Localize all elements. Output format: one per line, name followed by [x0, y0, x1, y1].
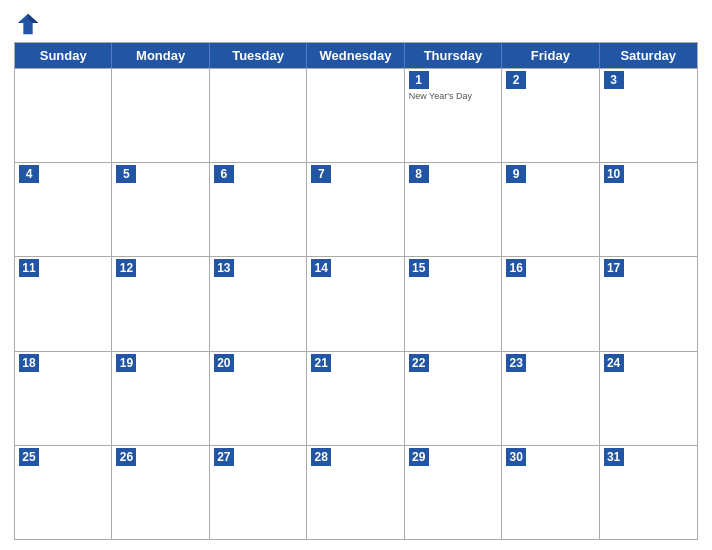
week-row-1: 1New Year's Day23 [15, 68, 697, 162]
cal-cell-26: 26 [112, 446, 209, 539]
day-number: 12 [116, 259, 136, 277]
day-number: 28 [311, 448, 331, 466]
cal-cell-7: 7 [307, 163, 404, 256]
day-number: 24 [604, 354, 624, 372]
day-number [214, 71, 234, 89]
cal-cell-9: 9 [502, 163, 599, 256]
day-number: 8 [409, 165, 429, 183]
cal-cell-20: 20 [210, 352, 307, 445]
cal-cell-1: 1New Year's Day [405, 69, 502, 162]
day-number: 2 [506, 71, 526, 89]
day-number: 25 [19, 448, 39, 466]
cal-cell-27: 27 [210, 446, 307, 539]
weekday-header-row: SundayMondayTuesdayWednesdayThursdayFrid… [15, 43, 697, 68]
cal-cell-21: 21 [307, 352, 404, 445]
weekday-header-thursday: Thursday [405, 43, 502, 68]
day-number: 23 [506, 354, 526, 372]
cal-cell-17: 17 [600, 257, 697, 350]
weekday-header-saturday: Saturday [600, 43, 697, 68]
cal-cell-31: 31 [600, 446, 697, 539]
weekday-header-friday: Friday [502, 43, 599, 68]
day-number [311, 71, 331, 89]
cal-cell-empty-0 [15, 69, 112, 162]
day-number: 13 [214, 259, 234, 277]
cal-cell-29: 29 [405, 446, 502, 539]
cal-cell-24: 24 [600, 352, 697, 445]
cal-cell-5: 5 [112, 163, 209, 256]
weekday-header-tuesday: Tuesday [210, 43, 307, 68]
day-number: 4 [19, 165, 39, 183]
cal-cell-19: 19 [112, 352, 209, 445]
day-number: 7 [311, 165, 331, 183]
day-number: 5 [116, 165, 136, 183]
day-number: 9 [506, 165, 526, 183]
day-number: 3 [604, 71, 624, 89]
day-number: 19 [116, 354, 136, 372]
weekday-header-sunday: Sunday [15, 43, 112, 68]
calendar-page: SundayMondayTuesdayWednesdayThursdayFrid… [0, 0, 712, 550]
cal-cell-empty-3 [307, 69, 404, 162]
cal-cell-2: 2 [502, 69, 599, 162]
cal-cell-6: 6 [210, 163, 307, 256]
day-number: 11 [19, 259, 39, 277]
weekday-header-wednesday: Wednesday [307, 43, 404, 68]
day-number: 6 [214, 165, 234, 183]
day-number: 17 [604, 259, 624, 277]
cal-cell-16: 16 [502, 257, 599, 350]
cal-cell-8: 8 [405, 163, 502, 256]
calendar-grid: SundayMondayTuesdayWednesdayThursdayFrid… [14, 42, 698, 540]
cal-cell-4: 4 [15, 163, 112, 256]
cal-cell-13: 13 [210, 257, 307, 350]
cal-cell-15: 15 [405, 257, 502, 350]
calendar-body: 1New Year's Day2345678910111213141516171… [15, 68, 697, 539]
day-number: 10 [604, 165, 624, 183]
cal-cell-23: 23 [502, 352, 599, 445]
cal-cell-11: 11 [15, 257, 112, 350]
cal-cell-14: 14 [307, 257, 404, 350]
day-number: 1 [409, 71, 429, 89]
cal-cell-empty-2 [210, 69, 307, 162]
day-number [116, 71, 136, 89]
day-number: 21 [311, 354, 331, 372]
week-row-3: 11121314151617 [15, 256, 697, 350]
cal-cell-12: 12 [112, 257, 209, 350]
day-number: 18 [19, 354, 39, 372]
bird-icon [14, 10, 42, 38]
day-number: 29 [409, 448, 429, 466]
day-number: 22 [409, 354, 429, 372]
day-number: 31 [604, 448, 624, 466]
day-number: 15 [409, 259, 429, 277]
week-row-4: 18192021222324 [15, 351, 697, 445]
day-number: 30 [506, 448, 526, 466]
cal-cell-25: 25 [15, 446, 112, 539]
day-number: 27 [214, 448, 234, 466]
logo [14, 10, 46, 38]
cal-cell-empty-1 [112, 69, 209, 162]
cal-cell-3: 3 [600, 69, 697, 162]
cal-cell-30: 30 [502, 446, 599, 539]
day-number: 16 [506, 259, 526, 277]
day-number: 20 [214, 354, 234, 372]
day-number: 14 [311, 259, 331, 277]
cal-cell-10: 10 [600, 163, 697, 256]
day-number: 26 [116, 448, 136, 466]
cal-cell-18: 18 [15, 352, 112, 445]
cal-cell-28: 28 [307, 446, 404, 539]
day-number [19, 71, 39, 89]
weekday-header-monday: Monday [112, 43, 209, 68]
cal-cell-22: 22 [405, 352, 502, 445]
holiday-label: New Year's Day [409, 91, 497, 102]
page-header [14, 10, 698, 38]
week-row-2: 45678910 [15, 162, 697, 256]
week-row-5: 25262728293031 [15, 445, 697, 539]
